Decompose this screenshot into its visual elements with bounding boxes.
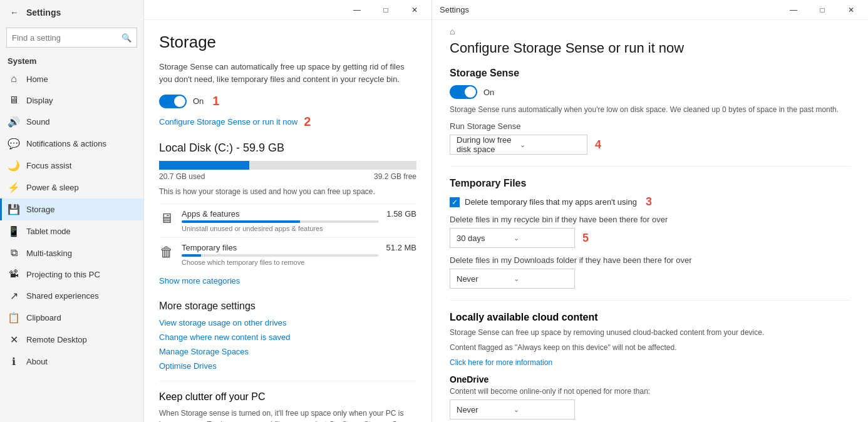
about-icon: ℹ <box>8 356 20 368</box>
storage-icon: 💾 <box>8 203 20 215</box>
search-box[interactable]: 🔍 <box>6 28 137 48</box>
right-settings-label: Settings <box>440 5 469 14</box>
configure-link[interactable]: Configure Storage Sense or run it now <box>159 117 297 126</box>
storage-titlebar: — □ ✕ <box>144 0 431 20</box>
step4-badge: 4 <box>595 138 601 152</box>
used-label: 20.7 GB used <box>159 172 205 181</box>
right-titlebar-label: Settings <box>435 0 779 20</box>
breadcrumb: ⌂ <box>450 20 850 40</box>
run-sense-label: Run Storage Sense <box>450 121 850 131</box>
storage-panel: — □ ✕ Storage Storage Sense can automati… <box>144 0 432 422</box>
sidebar-item-label-home: Home <box>26 75 48 84</box>
run-dropdown-value: During low free disk space <box>457 135 517 154</box>
toggle-on-label: On <box>193 96 204 106</box>
step1-badge: 1 <box>212 94 219 108</box>
more-link-1[interactable]: Change where new content is saved <box>159 332 416 342</box>
home-icon[interactable]: ⌂ <box>450 26 455 36</box>
storage-item-icon-1: 🗑 <box>159 244 174 260</box>
sidebar-item-notifications[interactable]: 💬 Notifications & actions <box>0 133 143 155</box>
storage-item-size-0: 1.58 GB <box>386 209 416 219</box>
more-link-3[interactable]: Optimise Drives <box>159 361 416 371</box>
disk-bar-fill <box>159 161 249 170</box>
sidebar-item-multitasking[interactable]: ⧉ Multi-tasking <box>0 242 143 264</box>
onedrive-dropdown[interactable]: Never ⌄ <box>450 399 575 419</box>
configure-title: Configure Storage Sense or run it now <box>450 40 850 56</box>
sidebar-item-label-focus: Focus assist <box>26 161 71 170</box>
recycle-label: Delete files in my recycle bin if they h… <box>450 215 850 224</box>
sidebar-item-sound[interactable]: 🔊 Sound <box>0 111 143 133</box>
sidebar-item-about[interactable]: ℹ About <box>0 351 143 373</box>
close-button[interactable]: ✕ <box>400 0 429 20</box>
storage-items-list: 🖥 Apps & features Uninstall unused or un… <box>159 203 416 271</box>
more-link-2[interactable]: Manage Storage Spaces <box>159 347 416 356</box>
recycle-dropdown[interactable]: 30 days ⌄ <box>450 228 575 248</box>
onedrive-title: OneDrive <box>450 374 850 384</box>
storage-item-bar-1 <box>182 254 379 257</box>
disk-bar-container: 20.7 GB used 39.2 GB free <box>159 161 416 181</box>
cloud-desc2: Content flagged as "Always keep on this … <box>450 342 850 353</box>
delete-temp-checkbox[interactable]: ✓ <box>450 197 460 207</box>
recycle-dropdown-arrow: ⌄ <box>514 234 568 242</box>
sidebar-item-label-multitasking: Multi-tasking <box>26 249 72 258</box>
storage-item: 🗑 Temporary files Choose which temporary… <box>159 237 416 271</box>
downloads-label: Delete files in my Downloads folder if t… <box>450 255 850 265</box>
maximize-button[interactable]: □ <box>371 0 400 20</box>
cloud-info-link[interactable]: Click here for more information <box>450 358 552 367</box>
storage-sense-toggle-row: On 1 <box>159 94 416 108</box>
right-close-button[interactable]: ✕ <box>837 0 865 20</box>
step5-badge: 5 <box>582 232 589 245</box>
sense-toggle-row: On <box>450 85 850 99</box>
sidebar-item-label-about: About <box>26 357 48 366</box>
divider1 <box>450 166 850 167</box>
sidebar-item-tablet[interactable]: 📱 Tablet mode <box>0 220 143 242</box>
storage-item-bar-0 <box>182 220 379 223</box>
sidebar-item-label-clipboard: Clipboard <box>26 313 61 322</box>
run-dropdown-arrow: ⌄ <box>520 141 581 149</box>
storage-item-desc-0: Uninstall unused or undesired apps & fea… <box>182 225 379 232</box>
search-input[interactable] <box>12 33 118 43</box>
sidebar-item-remote[interactable]: ✕ Remote Desktop <box>0 329 143 351</box>
sidebar-item-home[interactable]: ⌂ Home <box>0 68 143 90</box>
storage-content: Storage Storage Sense can automatically … <box>144 20 431 422</box>
sidebar-item-display[interactable]: 🖥 Display <box>0 90 143 111</box>
back-button[interactable]: ← <box>8 6 21 19</box>
right-maximize-button[interactable]: □ <box>808 0 837 20</box>
sidebar-item-label-sound: Sound <box>26 117 50 126</box>
display-icon: 🖥 <box>8 95 20 106</box>
sidebar-item-label-display: Display <box>26 96 53 105</box>
sidebar-item-label-power: Power & sleep <box>26 183 79 192</box>
minimize-button[interactable]: — <box>343 0 371 20</box>
search-icon: 🔍 <box>121 33 132 43</box>
keep-clutter-desc: When Storage sense is turned on, it'll f… <box>159 408 416 422</box>
shared-icon: ↗ <box>8 290 20 302</box>
downloads-dropdown-value: Never <box>457 274 511 284</box>
sidebar-item-shared[interactable]: ↗ Shared experiences <box>0 285 143 307</box>
sidebar-item-label-tablet: Tablet mode <box>26 227 71 236</box>
clipboard-icon: 📋 <box>8 312 20 324</box>
right-minimize-button[interactable]: — <box>779 0 808 20</box>
onedrive-dropdown-value: Never <box>457 405 511 414</box>
sound-icon: 🔊 <box>8 116 20 128</box>
multitasking-icon: ⧉ <box>8 247 20 259</box>
recycle-dropdown-value: 30 days <box>457 234 511 243</box>
sidebar-item-storage[interactable]: 💾 Storage <box>0 198 143 220</box>
run-dropdown[interactable]: During low free disk space ⌄ <box>450 135 587 155</box>
show-more-link[interactable]: Show more categories <box>159 276 240 286</box>
storage-item-name-1: Temporary files <box>182 243 379 252</box>
more-link-0[interactable]: View storage usage on other drives <box>159 318 416 327</box>
sidebar-item-projecting[interactable]: 📽 Projecting to this PC <box>0 264 143 285</box>
sidebar-item-label-remote: Remote Desktop <box>26 335 87 344</box>
more-links-list: View storage usage on other drivesChange… <box>159 318 416 371</box>
sidebar-item-power[interactable]: ⚡ Power & sleep <box>0 177 143 198</box>
cloud-desc1: Storage Sense can free up space by remov… <box>450 327 850 338</box>
onedrive-desc: Content will become online-only if not o… <box>450 387 850 396</box>
sidebar: ← Settings 🔍 System ⌂ Home 🖥 Display 🔊 S… <box>0 0 144 422</box>
storage-sense-toggle[interactable] <box>159 95 187 108</box>
sense-toggle[interactable] <box>450 85 477 99</box>
sidebar-item-clipboard[interactable]: 📋 Clipboard <box>0 307 143 329</box>
sidebar-item-focus[interactable]: 🌙 Focus assist <box>0 155 143 177</box>
configure-content: ⌂ Configure Storage Sense or run it now … <box>432 20 868 422</box>
local-disk-title: Local Disk (C:) - 59.9 GB <box>159 142 416 155</box>
downloads-dropdown[interactable]: Never ⌄ <box>450 269 575 289</box>
configure-titlebar: Settings — □ ✕ <box>432 0 868 20</box>
